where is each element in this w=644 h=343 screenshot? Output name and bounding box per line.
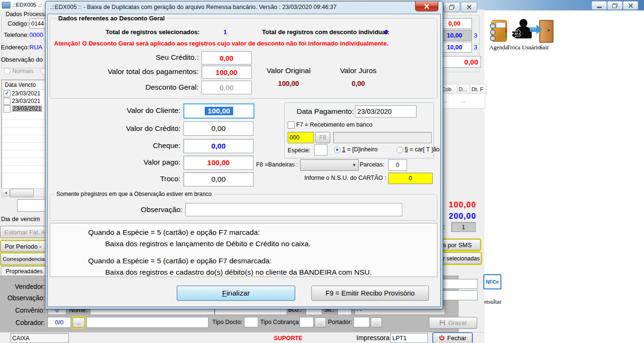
info-line-4: Baixa dos registros e cadastro do(s) déb… — [105, 268, 372, 277]
count-1: 3 — [474, 32, 477, 39]
tipo-cobranca-field[interactable] — [299, 317, 314, 327]
banco-desc-field[interactable] — [333, 132, 432, 143]
restore-button[interactable] — [607, 1, 623, 10]
parcelas-field[interactable]: 0 — [388, 159, 407, 171]
power-icon — [439, 335, 445, 341]
observacao-field[interactable] — [185, 203, 402, 216]
info-panel: Quando a Espécie = 5 (cartão) e opção F7… — [50, 223, 437, 277]
restore-icon — [612, 3, 617, 8]
portador-label: Portador: — [328, 319, 352, 325]
seu-credito-label: Seu Crédito.: — [76, 53, 199, 62]
desconto-geral-label: Desconto Geral: — [76, 83, 199, 92]
desconto-geral-field[interactable]: 0,00 — [201, 81, 252, 94]
info-line-3: Quando a Espécie = 5 (cartão) e opção F7… — [88, 257, 272, 265]
parcelas-label: Parcelas: — [360, 161, 384, 168]
f8-button[interactable]: F8 — [315, 132, 330, 143]
cobrador-desc-field[interactable] — [86, 317, 209, 328]
valor-total-pagamentos-field[interactable]: 100,00 — [201, 65, 252, 79]
duplicatas-list[interactable]: Data Vencto ✓ 23/03/2021 23/03/2021 23/0… — [1, 80, 47, 189]
valor-juros-value: 0,00 — [332, 80, 384, 87]
mdi-restore-button[interactable] — [444, 2, 460, 12]
valor-total-pagamentos-label: Valor total dos pagamentos: — [76, 67, 199, 76]
troco-field[interactable]: 0,00 — [183, 172, 254, 186]
finalizar-button[interactable]: Finalizar — [177, 286, 295, 301]
cobrador-lookup-button[interactable]: ... — [73, 317, 85, 328]
troco-label: Troco: — [67, 175, 181, 183]
cheque-label: Cheque: — [67, 141, 181, 150]
dinheiro-radio[interactable] — [334, 147, 341, 153]
dialog-close-button[interactable] — [415, 1, 438, 11]
row-checkbox[interactable] — [3, 105, 10, 112]
suporte-status: SUPORTE — [274, 335, 302, 342]
list-item[interactable]: 23/03/2021 — [2, 105, 46, 112]
dialog-title: .::EDX005 :: - Baixa de Duplicatas com g… — [50, 4, 413, 10]
normais-radio[interactable] — [4, 68, 10, 74]
tipo-docto-label: Tipo Docto: — [212, 319, 242, 325]
total-individual-label: Total de registros com desconto individu… — [262, 28, 389, 36]
scroll-thumb[interactable] — [10, 189, 34, 197]
list-item[interactable]: 23/03/2021 — [2, 97, 46, 105]
fechar-button[interactable]: Fechar — [433, 333, 472, 343]
mdi-close-button[interactable] — [461, 2, 477, 12]
panel-right-field-1[interactable] — [440, 279, 478, 289]
portador-lookup-button[interactable]: ... — [371, 317, 382, 327]
info-line-1: Quando a Espécie = 5 (cartão) e opção F7… — [88, 228, 260, 237]
valor-cliente-label: Valor do Cliente: — [67, 106, 181, 115]
gravar-button[interactable]: Gravar — [429, 317, 477, 329]
vendedor-label: Vendedor: — [0, 283, 45, 290]
list-empty-rows — [2, 112, 46, 178]
list-hscrollbar[interactable]: ◄ — [1, 188, 47, 197]
nsu-field[interactable]: 0 — [388, 173, 433, 184]
convenio-label: Convênio: — [0, 306, 45, 314]
emitir-recibo-button[interactable]: F9 = Emitir Recibo Provisório — [311, 286, 429, 301]
atual-field[interactable]: 1 — [451, 222, 476, 232]
valor-credito-field[interactable]: 0,00 — [183, 121, 254, 136]
impressora-label: Impressora — [356, 334, 390, 342]
count-2: 3 — [474, 44, 477, 51]
total-individual-value: 0 — [381, 28, 391, 36]
agenda-icon[interactable] — [490, 20, 507, 42]
especie-field[interactable] — [314, 144, 327, 156]
f7-checkbox-label: F7 = Recebimento em banco — [296, 121, 372, 128]
row-checkbox[interactable] — [3, 98, 10, 105]
endereco-value: RUA — [29, 44, 42, 51]
screen: .::EDX005 .:: - Agenda ⇄ — [0, 0, 644, 343]
nfce-label: NFCe — [486, 279, 499, 285]
grid-header-dtf[interactable]: Dt. F — [470, 84, 487, 94]
f7-checkbox[interactable] — [288, 121, 295, 129]
desconto-group-title: Dados referentes ao Desconto Geral — [56, 15, 167, 22]
panel-right-field-2[interactable] — [440, 290, 478, 300]
sair-icon[interactable] — [530, 19, 553, 43]
scroll-left-arrow[interactable]: ◄ — [2, 189, 10, 196]
app-window-icon — [2, 2, 10, 9]
observacao-label: Observação: — [95, 205, 182, 214]
seu-credito-field[interactable]: 0,00 — [201, 51, 252, 65]
bandeiras-dropdown[interactable]: ▼ — [300, 159, 359, 171]
data-pagamento-label: Data Pagamento: — [297, 107, 354, 116]
cartao-radio[interactable] — [397, 147, 403, 153]
dinheiro-radio-label: 1 = [D]inheiro — [342, 146, 378, 153]
list-header-data-vencto[interactable]: Data Vencto — [2, 80, 46, 90]
valor-cliente-field[interactable]: 100,00 — [183, 103, 254, 119]
cheque-field[interactable]: 0,00 — [183, 139, 254, 153]
swap-arrows-glyph: ⇄ — [512, 28, 520, 40]
row-checkbox-checked[interactable]: ✓ — [3, 90, 10, 97]
propriedades-tab[interactable]: Proprieadades — [1, 266, 47, 276]
codigo-label: Código: — [8, 20, 29, 27]
nfce-icon[interactable]: NFCe — [483, 274, 501, 289]
impressora-field[interactable]: LPT1 — [390, 333, 428, 343]
observacao-group-title: Somente p/registros em que a Observação … — [54, 191, 214, 197]
tipo-docto-field[interactable] — [244, 317, 258, 327]
total-selecionados-label: Total de registros selecionados: — [106, 28, 200, 36]
list-item[interactable]: ✓ 23/03/2021 — [2, 90, 46, 97]
dialog-close-icon — [424, 4, 429, 9]
portador-field[interactable] — [354, 317, 370, 327]
cobrador-field[interactable]: 0/0 — [47, 317, 71, 328]
tipo-cobranca-lookup-button[interactable]: ... — [315, 317, 326, 327]
floppy-icon — [439, 320, 445, 326]
minimize-button[interactable] — [591, 1, 607, 10]
data-pagamento-field[interactable]: 23/03/2020 — [355, 105, 417, 118]
info-line-2: Baixa dos registros e lançamento de Débi… — [105, 240, 310, 248]
close-button[interactable] — [623, 1, 638, 10]
banco-field[interactable]: 000 — [288, 132, 314, 143]
